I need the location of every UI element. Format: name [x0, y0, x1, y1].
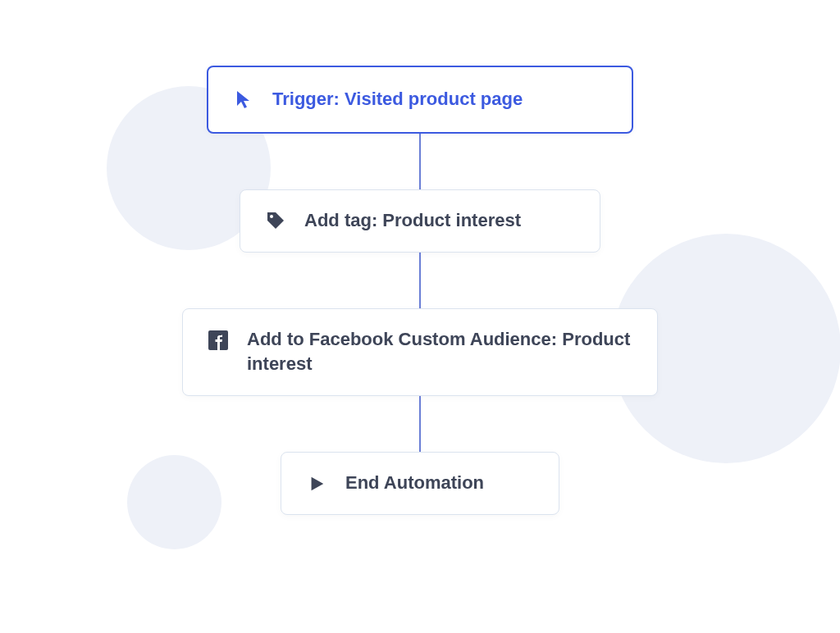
play-icon [306, 473, 327, 494]
flow-connector [419, 134, 421, 189]
facebook-action-node[interactable]: Add to Facebook Custom Audience: Product… [182, 308, 658, 397]
tag-action-label: Add tag: Product interest [304, 208, 521, 234]
tag-icon [265, 210, 286, 231]
cursor-icon [233, 89, 254, 110]
end-node[interactable]: End Automation [281, 452, 559, 515]
trigger-label: Trigger: Visited product page [272, 87, 523, 112]
svg-point-0 [270, 215, 273, 218]
tag-action-node[interactable]: Add tag: Product interest [240, 189, 600, 253]
flow-connector [419, 396, 421, 452]
end-label: End Automation [345, 471, 484, 496]
facebook-icon [208, 330, 229, 351]
trigger-node[interactable]: Trigger: Visited product page [207, 66, 633, 134]
automation-flow: Trigger: Visited product page Add tag: P… [0, 66, 840, 515]
flow-connector [419, 253, 421, 308]
facebook-action-label: Add to Facebook Custom Audience: Product… [247, 327, 632, 378]
